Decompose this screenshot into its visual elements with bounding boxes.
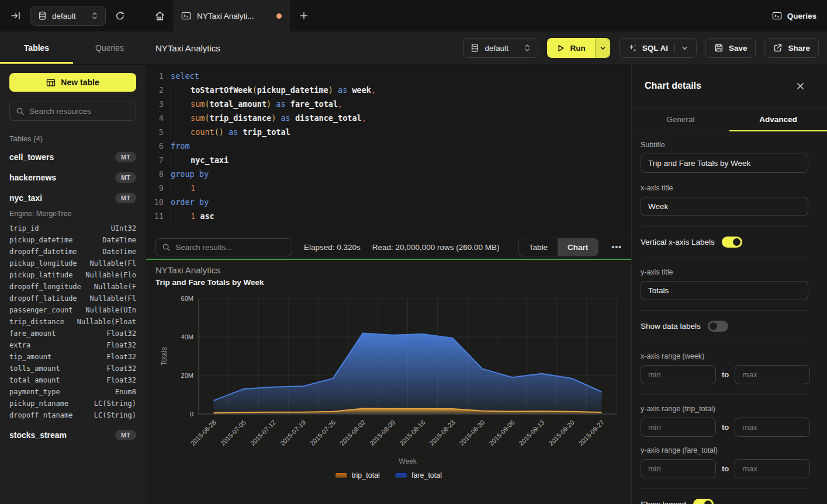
sidebar-tab-queries[interactable]: Queries	[73, 32, 146, 64]
queries-button-label: Queries	[787, 12, 816, 20]
results-search-input[interactable]	[175, 243, 286, 252]
save-button[interactable]: Save	[705, 38, 756, 58]
run-options-caret[interactable]	[595, 38, 610, 58]
legend-item-fare_total[interactable]: fare_total	[395, 471, 442, 479]
column-row: pickup_ntanameLC(String)	[9, 398, 136, 409]
engine-badge: MT	[115, 152, 136, 162]
column-type: DateTime	[102, 248, 136, 256]
query-toolbar: NYTaxi Analytics default Run SQL AI	[146, 32, 827, 64]
table-name: hackernews	[9, 173, 56, 182]
collapse-sidebar-button[interactable]	[8, 8, 23, 23]
column-name: trip_id	[9, 224, 39, 232]
engine-badge: MT	[115, 430, 136, 440]
refresh-button[interactable]	[113, 9, 127, 23]
svg-text:2015-08-02: 2015-08-02	[338, 419, 366, 447]
legend-label: trip_total	[352, 471, 380, 479]
sql-ai-button[interactable]: SQL AI	[619, 38, 697, 58]
view-chart-button[interactable]: Chart	[558, 238, 598, 256]
share-box-arrow-icon	[773, 43, 783, 53]
xaxis-title-input[interactable]	[641, 197, 808, 216]
yaxis-range-fare-max-input[interactable]	[735, 459, 810, 478]
query-title: NYTaxi Analytics	[155, 43, 220, 53]
new-tab-button[interactable]	[290, 0, 318, 32]
area-chart: 020M40M60M2015-06-282015-07-052015-07-12…	[149, 290, 629, 470]
code-line: 91	[146, 181, 631, 195]
svg-text:2015-07-05: 2015-07-05	[219, 419, 247, 447]
table-engine: Engine: MergeTree	[9, 210, 136, 218]
legend-item-trip_total[interactable]: trip_total	[335, 471, 380, 479]
home-button[interactable]	[146, 0, 173, 32]
column-type: Nullable(Float	[77, 318, 136, 326]
column-type: Nullable(F	[94, 283, 136, 291]
line-number: 1	[146, 69, 164, 83]
database-selector-value: default	[52, 12, 86, 20]
subtitle-input[interactable]	[641, 154, 808, 173]
resource-search-input[interactable]	[29, 107, 130, 116]
view-table-button[interactable]: Table	[519, 238, 558, 256]
column-row: payment_typeEnum8	[9, 386, 136, 398]
run-database-selector[interactable]: default	[463, 38, 538, 58]
chart-title: NYTaxi Analytics	[155, 265, 220, 275]
share-button-label: Share	[788, 44, 810, 53]
queries-button[interactable]: Queries	[772, 11, 816, 20]
terminal-window-icon	[181, 11, 191, 20]
line-number: 4	[146, 111, 164, 125]
vertical-xaxis-labels-toggle[interactable]	[722, 237, 742, 248]
to-label: to	[722, 464, 729, 473]
panel-body: Subtitle x-axis title Vertical x-axis La…	[632, 131, 827, 504]
column-type: Float32	[106, 341, 136, 349]
column-name: dropoff_ntaname	[9, 411, 72, 419]
table-item-nyc_taxi[interactable]: nyc_taxiMT	[9, 192, 136, 204]
tab-nytaxi-analytics[interactable]: NYTaxi Analyti...	[173, 0, 290, 32]
show-data-labels-toggle[interactable]	[708, 321, 728, 332]
column-type: LC(String)	[94, 411, 136, 419]
yaxis-title-input[interactable]	[641, 281, 808, 300]
svg-text:60M: 60M	[181, 295, 193, 302]
svg-text:Week: Week	[399, 457, 417, 465]
chevron-down-icon	[681, 45, 688, 51]
column-type: Nullable(Flo	[85, 271, 136, 279]
yaxis-range-fare-min-input[interactable]	[641, 459, 716, 478]
run-button[interactable]: Run	[547, 38, 594, 58]
toggle-knob	[710, 322, 717, 330]
column-name: pickup_latitude	[9, 271, 72, 279]
panel-tab-general[interactable]: General	[632, 108, 729, 131]
close-panel-button[interactable]	[793, 78, 808, 94]
column-row: total_amountFloat32	[9, 374, 136, 386]
show-legend-toggle[interactable]	[693, 499, 714, 504]
sidebar-tab-tables[interactable]: Tables	[0, 32, 73, 64]
sql-editor[interactable]: 1select2toStartOfWeek(pickup_datetime) a…	[146, 65, 631, 235]
code-line: 4sum(trip_distance) as distance_total,	[146, 111, 631, 125]
column-row: tip_amountFloat32	[9, 351, 136, 363]
xaxis-range-min-input[interactable]	[641, 365, 716, 384]
xaxis-title-label: x-axis title	[641, 184, 808, 192]
column-row: dropoff_ntanameLC(String)	[9, 409, 136, 421]
table-item-hackernews[interactable]: hackernewsMT	[9, 171, 136, 184]
xaxis-range-max-input[interactable]	[735, 365, 810, 384]
panel-tabs: General Advanced	[632, 108, 827, 131]
code-text: order by	[164, 195, 209, 209]
yaxis-range-trip-min-input[interactable]	[641, 418, 716, 437]
share-button[interactable]: Share	[764, 38, 819, 58]
new-table-label: New table	[61, 78, 99, 87]
panel-tab-advanced[interactable]: Advanced	[729, 108, 827, 131]
table-name: cell_towers	[9, 152, 54, 162]
database-selector[interactable]: default	[30, 6, 106, 26]
column-name: pickup_datetime	[9, 236, 72, 244]
new-table-button[interactable]: New table	[9, 73, 136, 92]
yaxis-range-trip-max-input[interactable]	[735, 418, 810, 437]
table-item-cell_towers[interactable]: cell_towersMT	[9, 151, 136, 164]
terminal-window-icon	[772, 11, 782, 20]
column-row: tolls_amountFloat32	[9, 363, 136, 374]
more-options-button[interactable]: •••	[610, 242, 623, 252]
table-item-stocks_stream[interactable]: stocks_streamMT	[9, 429, 136, 442]
code-line: 111 asc	[146, 209, 631, 223]
table-grid-icon	[46, 78, 56, 87]
code-text: nyc_taxi	[164, 153, 229, 167]
column-name: extra	[9, 341, 30, 349]
arrow-bar-to-right-icon	[11, 11, 21, 21]
column-type: Enum8	[115, 388, 136, 396]
refresh-icon	[115, 11, 125, 21]
elapsed-time: Elapsed: 0.320s	[304, 243, 361, 252]
svg-text:2015-07-12: 2015-07-12	[249, 419, 277, 447]
